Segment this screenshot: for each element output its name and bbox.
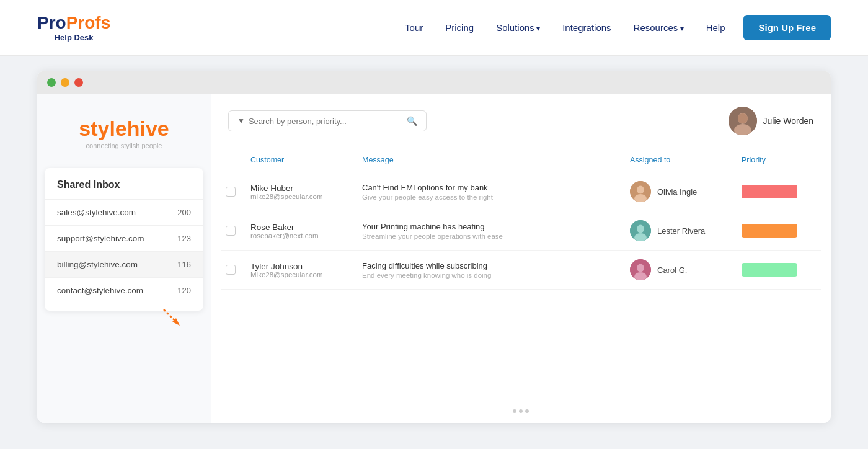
dot-1 <box>513 409 516 413</box>
browser-dot-green <box>47 78 56 87</box>
bottom-dots <box>211 399 831 423</box>
nav-resources[interactable]: Resources <box>634 22 684 33</box>
signup-button[interactable]: Sign Up Free <box>743 15 831 40</box>
sidebar-item-billing[interactable]: billing@stylehive.com 116 <box>45 251 203 277</box>
sidebar-item-sales[interactable]: sales@stylehive.com 200 <box>45 199 203 225</box>
message-cell-1: Can't Find EMI options for my bank Give … <box>362 183 630 201</box>
th-priority: Priority <box>742 156 816 164</box>
user-name: Julie Worden <box>763 116 813 126</box>
nav-integrations[interactable]: Integrations <box>562 22 611 33</box>
checkbox-3[interactable] <box>226 265 236 275</box>
sidebar-item-label-contact: contact@stylehive.com <box>57 286 143 295</box>
brand-tagline: connecting stylish people <box>86 142 162 149</box>
sidebar-title: Shared Inbox <box>45 179 203 199</box>
assignee-avatar-3 <box>630 259 651 280</box>
brand-name: stylehive <box>79 117 169 141</box>
svg-point-7 <box>637 186 644 194</box>
browser-chrome <box>37 71 831 94</box>
priority-cell-2 <box>742 224 816 238</box>
assigned-cell-2: Lester Rivera <box>630 220 742 241</box>
sidebar-item-label-billing: billing@stylehive.com <box>57 260 138 269</box>
nav-tour[interactable]: Tour <box>405 22 423 33</box>
assignee-name-2: Lester Rivera <box>657 226 705 236</box>
message-title-3: Facing difficulties while subscribing <box>362 261 618 270</box>
sidebar-item-count-sales: 200 <box>177 208 191 217</box>
checkbox-1[interactable] <box>226 187 236 197</box>
search-input[interactable] <box>249 117 407 126</box>
avatar <box>728 107 757 135</box>
message-preview-1: Give your people easy access to the righ… <box>362 193 618 201</box>
sidebar-item-label-support: support@stylehive.com <box>57 234 144 243</box>
customer-name-2: Rose Baker <box>250 223 362 232</box>
priority-badge-2 <box>742 224 797 238</box>
right-header: ▼ 🔍 Julie Worden <box>211 94 831 148</box>
assignee-avatar-1 <box>630 181 651 202</box>
logo: ProProfs Help Desk <box>37 13 110 42</box>
th-customer: Customer <box>250 156 362 164</box>
left-panel: stylehive connecting stylish people Shar… <box>37 94 211 423</box>
sidebar-card: Shared Inbox sales@stylehive.com 200 sup… <box>45 168 203 311</box>
logo-subtitle: Help Desk <box>37 33 110 42</box>
sidebar-item-count-billing: 116 <box>177 260 191 269</box>
cursor-arrow-icon <box>161 307 181 327</box>
message-title-2: Your Printing machine has heating <box>362 222 618 231</box>
app-area: stylehive connecting stylish people Shar… <box>37 94 831 423</box>
table-row[interactable]: Mike Huber mike28@specular.com Can't Fin… <box>221 172 821 211</box>
nav-pricing[interactable]: Pricing <box>445 22 474 33</box>
user-info: Julie Worden <box>728 107 813 135</box>
customer-name-1: Mike Huber <box>250 184 362 193</box>
priority-badge-3 <box>742 263 797 277</box>
customer-email-2: rosebaker@next.com <box>250 232 362 239</box>
dot-2 <box>519 409 523 413</box>
svg-point-5 <box>738 113 748 123</box>
browser-dot-yellow <box>61 78 69 87</box>
assigned-cell-3: Carol G. <box>630 259 742 280</box>
sidebar-item-count-support: 123 <box>177 234 191 243</box>
table-row[interactable]: Rose Baker rosebaker@next.com Your Print… <box>221 211 821 251</box>
message-cell-2: Your Printing machine has heating Stream… <box>362 222 630 240</box>
tickets-table: Customer Message Assigned to Priority Mi… <box>211 148 831 399</box>
th-assigned: Assigned to <box>630 156 742 164</box>
customer-cell-3: Tyler Johnson Mike28@specular.com <box>250 262 362 278</box>
filter-icon: ▼ <box>237 117 245 125</box>
main-container: stylehive connecting stylish people Shar… <box>37 71 831 423</box>
search-bar[interactable]: ▼ 🔍 <box>228 110 427 131</box>
customer-email-3: Mike28@specular.com <box>250 271 362 278</box>
svg-point-13 <box>637 264 644 272</box>
right-panel: ▼ 🔍 Julie Worden <box>211 94 831 423</box>
avatar-img <box>728 107 757 135</box>
checkbox-cell-1 <box>226 187 250 197</box>
sidebar-item-count-contact: 120 <box>177 286 191 295</box>
search-icon: 🔍 <box>407 116 417 126</box>
assignee-name-1: Olivia Ingle <box>657 187 697 197</box>
customer-email-1: mike28@specular.com <box>250 193 362 200</box>
browser-dot-red <box>74 78 83 87</box>
sidebar-item-label-sales: sales@stylehive.com <box>57 208 136 217</box>
customer-name-3: Tyler Johnson <box>250 262 362 271</box>
navbar: ProProfs Help Desk Tour Pricing Solution… <box>0 0 868 56</box>
checkbox-2[interactable] <box>226 226 236 236</box>
sidebar-item-support[interactable]: support@stylehive.com 123 <box>45 225 203 251</box>
logo-pro: Pro <box>37 13 66 32</box>
checkbox-cell-3 <box>226 265 250 275</box>
table-header: Customer Message Assigned to Priority <box>221 148 821 172</box>
message-preview-3: End every meeting knowing who is doing <box>362 272 618 279</box>
priority-cell-3 <box>742 263 816 277</box>
priority-badge-1 <box>742 185 797 198</box>
priority-cell-1 <box>742 185 816 198</box>
customer-cell-1: Mike Huber mike28@specular.com <box>250 184 362 200</box>
th-message: Message <box>362 156 630 164</box>
message-cell-3: Facing difficulties while subscribing En… <box>362 261 630 279</box>
svg-point-10 <box>637 225 644 233</box>
table-row[interactable]: Tyler Johnson Mike28@specular.com Facing… <box>221 251 821 290</box>
nav-links: Tour Pricing Solutions Integrations Reso… <box>405 22 725 33</box>
checkbox-cell-2 <box>226 226 250 236</box>
assignee-name-3: Carol G. <box>657 265 687 275</box>
assigned-cell-1: Olivia Ingle <box>630 181 742 202</box>
brand-area: stylehive connecting stylish people <box>37 94 211 168</box>
nav-help[interactable]: Help <box>706 22 725 33</box>
assignee-avatar-2 <box>630 220 651 241</box>
message-title-1: Can't Find EMI options for my bank <box>362 183 618 192</box>
nav-solutions[interactable]: Solutions <box>496 22 540 33</box>
sidebar-item-contact[interactable]: contact@stylehive.com 120 <box>45 277 203 303</box>
